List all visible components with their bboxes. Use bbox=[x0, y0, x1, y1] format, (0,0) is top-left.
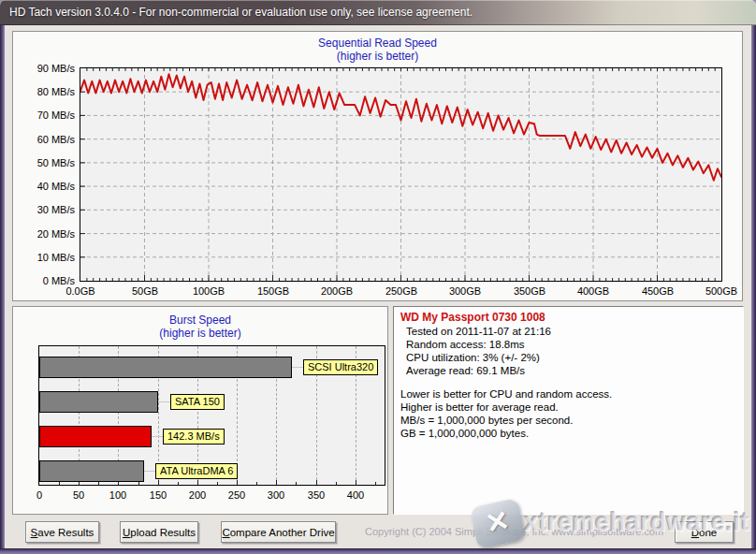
seq-x-tick-label: 300GB bbox=[449, 285, 481, 297]
burst-x-tick-label: 250 bbox=[228, 489, 245, 501]
burst-axis-tick bbox=[197, 480, 198, 485]
cpu-utilization-line: CPU utilization: 3% (+/- 2%) bbox=[406, 352, 540, 363]
burst-x-tick-label: 0 bbox=[36, 489, 42, 501]
seq-chart-subtitle-text: (higher is better) bbox=[13, 50, 742, 63]
note-gb: GB = 1,000,000,000 bytes. bbox=[400, 428, 529, 439]
burst-x-tick-label: 350 bbox=[308, 489, 325, 501]
burst-axis-tick bbox=[296, 482, 297, 485]
seq-x-tick-label: 50GB bbox=[132, 285, 158, 297]
bar-label-sata-150: SATA 150 bbox=[170, 394, 225, 410]
done-accel: D bbox=[691, 527, 699, 538]
burst-x-tick-label: 150 bbox=[150, 489, 167, 501]
bar-ata-ultradma6 bbox=[39, 460, 144, 482]
bar-label-connector bbox=[152, 436, 163, 437]
burst-axis-tick bbox=[375, 482, 376, 485]
save-results-button[interactable]: Save Results bbox=[25, 521, 99, 543]
burst-speed-panel: Burst Speed (higher is better) SCSI Ultr… bbox=[12, 306, 388, 515]
average-read-line: Average read: 69.1 MB/s bbox=[406, 365, 525, 376]
seq-y-tick-label: 20 MB/s bbox=[13, 228, 75, 240]
tested-on-line: Tested on 2011-11-07 at 21:16 bbox=[406, 326, 551, 337]
copyright-text: Copyright (C) 2004 Simpli Software, Inc.… bbox=[365, 526, 663, 537]
seq-x-tick-label: 200GB bbox=[321, 285, 353, 297]
done-button[interactable]: Done bbox=[675, 521, 734, 543]
window-title: HD Tach version 3.0.4.0 - For non-commer… bbox=[9, 6, 472, 19]
hd-tach-window: HD Tach version 3.0.4.0 - For non-commer… bbox=[0, 0, 756, 554]
seq-x-tick-label: 0.0GB bbox=[65, 285, 94, 297]
burst-axis-tick bbox=[59, 482, 60, 485]
random-access-line: Random access: 18.8ms bbox=[406, 339, 525, 350]
burst-axis-tick bbox=[158, 480, 159, 485]
bar-tested-drive bbox=[39, 426, 152, 447]
seq-x-tick-label: 100GB bbox=[193, 285, 225, 297]
burst-x-tick-label: 100 bbox=[109, 489, 126, 501]
note-lower: Lower is better for CPU and random acces… bbox=[400, 388, 612, 400]
burst-x-tick-label: 200 bbox=[189, 489, 206, 501]
bar-label-connector bbox=[144, 471, 155, 472]
burst-chart-title-text: Burst Speed bbox=[13, 313, 387, 327]
bar-sata-150 bbox=[39, 391, 158, 413]
seq-chart-title-text: Sequential Read Speed bbox=[13, 36, 742, 50]
seq-y-tick-label: 70 MB/s bbox=[13, 109, 75, 121]
burst-axis-tick bbox=[336, 482, 337, 485]
burst-axis-tick bbox=[276, 480, 277, 485]
seq-chart-line bbox=[80, 68, 721, 281]
seq-x-tick-label: 450GB bbox=[642, 285, 674, 297]
seq-x-tick-label: 150GB bbox=[257, 285, 289, 297]
burst-x-tick-label: 300 bbox=[268, 489, 284, 501]
sequential-read-panel: Sequential Read Speed (higher is better)… bbox=[12, 31, 743, 301]
bar-label-tested-drive: 142.3 MB/s bbox=[163, 429, 225, 445]
compare-accel: C bbox=[222, 527, 229, 538]
seq-y-tick-label: 90 MB/s bbox=[13, 63, 75, 74]
burst-axis-tick bbox=[256, 482, 257, 485]
window-border-right bbox=[751, 25, 756, 554]
compare-rest: ompare Another Drive bbox=[230, 527, 335, 538]
drive-name: WD My Passport 0730 1008 bbox=[400, 311, 545, 324]
burst-chart-plot: SCSI Ultra320 SATA 150 142.3 MB/s ATA Ul… bbox=[38, 345, 385, 486]
seq-chart-plot bbox=[80, 67, 722, 282]
seq-x-tick-label: 350GB bbox=[514, 285, 545, 297]
burst-chart-title: Burst Speed (higher is better) bbox=[13, 313, 387, 340]
burst-x-tick-label: 400 bbox=[347, 489, 364, 501]
upload-rest: pload Results bbox=[130, 527, 196, 538]
note-higher: Higher is better for average read. bbox=[400, 401, 559, 413]
window-titlebar[interactable]: HD Tach version 3.0.4.0 - For non-commer… bbox=[0, 0, 756, 25]
burst-axis-tick bbox=[356, 480, 356, 485]
bar-label-connector bbox=[292, 367, 303, 368]
seq-x-tick-label: 400GB bbox=[577, 285, 609, 297]
seq-x-tick-label: 250GB bbox=[385, 285, 417, 297]
burst-axis-tick bbox=[217, 482, 218, 485]
window-border-bottom bbox=[0, 548, 756, 554]
done-rest: one bbox=[699, 527, 717, 538]
bar-scsi-ultra320 bbox=[39, 357, 292, 378]
burst-axis-tick bbox=[98, 482, 99, 485]
burst-x-tick-label: 50 bbox=[73, 489, 84, 501]
compare-another-drive-button[interactable]: Compare Another Drive bbox=[221, 521, 336, 543]
bar-label-scsi-ultra320: SCSI Ultra320 bbox=[303, 359, 378, 375]
bar-label-connector bbox=[158, 401, 170, 402]
drive-info-panel: WD My Passport 0730 1008 Tested on 2011-… bbox=[393, 306, 744, 515]
seq-y-tick-label: 30 MB/s bbox=[13, 204, 75, 215]
seq-chart-title: Sequential Read Speed (higher is better) bbox=[13, 36, 742, 63]
bar-label-ata-ultradma6: ATA UltraDMA 6 bbox=[155, 463, 238, 479]
seq-y-tick-label: 40 MB/s bbox=[13, 181, 75, 192]
seq-y-tick-label: 80 MB/s bbox=[13, 86, 75, 97]
seq-y-tick-label: 60 MB/s bbox=[13, 134, 75, 145]
upload-results-button[interactable]: Upload Results bbox=[120, 521, 198, 543]
seq-x-tick-label: 500GB bbox=[705, 285, 737, 297]
burst-axis-tick bbox=[237, 480, 238, 485]
burst-axis-tick bbox=[178, 482, 179, 485]
window-border-left bbox=[0, 25, 5, 554]
burst-axis-tick bbox=[138, 482, 139, 485]
save-rest: ave Results bbox=[37, 527, 94, 538]
seq-y-tick-label: 50 MB/s bbox=[13, 157, 75, 168]
note-mbs: MB/s = 1,000,000 bytes per second. bbox=[400, 415, 573, 426]
burst-chart-subtitle-text: (higher is better) bbox=[13, 327, 387, 340]
seq-y-tick-label: 10 MB/s bbox=[13, 252, 75, 263]
burst-axis-tick bbox=[316, 480, 317, 485]
